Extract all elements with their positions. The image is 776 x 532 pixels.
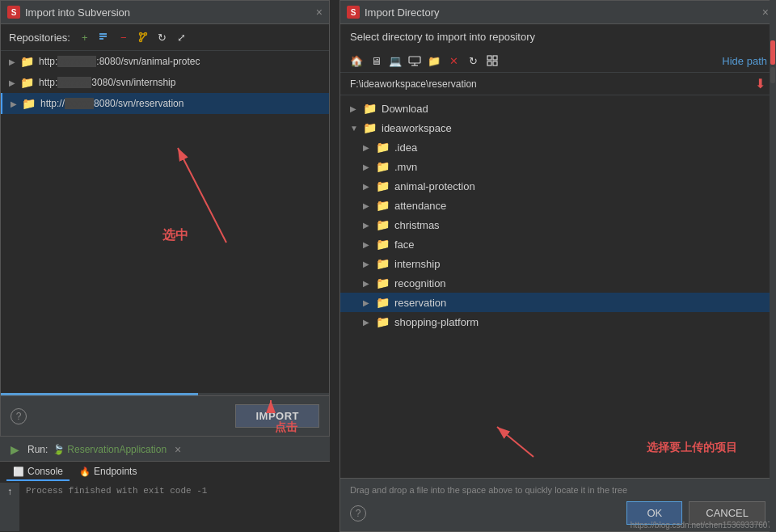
tree-item-idea[interactable]: ▶ 📁 .idea <box>340 137 775 157</box>
repo-text-2: http:xxxxxxx3080/svn/internship <box>39 77 175 88</box>
left-close-btn[interactable]: × <box>316 6 323 19</box>
dir-tree: ▶ 📁 Download ▼ 📁 ideaworkspace ▶ 📁 .idea… <box>340 95 775 478</box>
collapse-dir-btn[interactable] <box>484 53 500 69</box>
repo-folder-2: 📁 <box>20 76 34 89</box>
tree-item-recognition[interactable]: ▶ 📁 recognition <box>340 273 775 293</box>
repo-folder-3: 📁 <box>22 97 36 110</box>
run-play-btn[interactable]: ▶ <box>6 441 23 458</box>
repo-expand-2: ▶ <box>9 78 15 87</box>
repo-expand-1: ▶ <box>9 57 15 66</box>
right-titlebar: S Import Directory × <box>340 1 775 24</box>
svg-rect-12 <box>487 61 491 65</box>
path-bar: F:\ideaworkspace\reservation ⬇ <box>340 73 775 95</box>
dir-toolbar: 🏠 🖥 💻 📁 ✕ ↻ Hide path <box>340 49 775 73</box>
select-dir-label: Select directory to import into reposito… <box>340 24 775 49</box>
tree-item-animal[interactable]: ▶ 📁 animal-protection <box>340 176 775 196</box>
run-header: ▶ Run: 🍃 ReservationApplication × <box>0 438 330 462</box>
repo-text-1: http:xxxxxxxx:8080/svn/animal-protec <box>39 56 200 67</box>
repo-item-1[interactable]: ▶ 📁 http:xxxxxxxx:8080/svn/animal-protec <box>1 51 329 72</box>
right-panel: S Import Directory × Select directory to… <box>340 0 776 532</box>
left-help-btn[interactable]: ? <box>11 408 27 424</box>
expand-all-btn[interactable]: ⤢ <box>174 29 190 45</box>
svg-rect-0 <box>99 33 107 35</box>
hide-path-btn[interactable]: Hide path <box>722 55 767 67</box>
run-bar: ▶ Run: 🍃 ReservationApplication × ⬜ Cons… <box>0 437 330 532</box>
refresh-repos-btn[interactable]: ↻ <box>154 29 171 45</box>
left-progress-fill <box>1 393 198 395</box>
right-panel-icon: S <box>347 6 360 19</box>
tree-item-download[interactable]: ▶ 📁 Download <box>340 99 775 118</box>
run-close-btn[interactable]: × <box>175 443 181 456</box>
run-up-btn[interactable]: ↑ <box>7 486 12 497</box>
repo-item-2[interactable]: ▶ 📁 http:xxxxxxx3080/svn/internship <box>1 72 329 93</box>
tab-endpoints[interactable]: 🔥 Endpoints <box>73 463 143 481</box>
repo-text-3: http://xxxxxx8080/svn/reservation <box>40 98 183 109</box>
svg-rect-13 <box>493 61 497 65</box>
left-progress-bar <box>1 393 329 395</box>
left-panel: S Import into Subversion × Repositories:… <box>0 0 330 437</box>
tree-item-christmas[interactable]: ▶ 📁 christmas <box>340 215 775 234</box>
repo-folder-1: 📁 <box>20 55 34 68</box>
repo-item-3[interactable]: ▶ 📁 http://xxxxxx8080/svn/reservation <box>1 93 329 114</box>
tree-item-face[interactable]: ▶ 📁 face <box>340 234 775 254</box>
right-panel-footer: Drag and drop a file into the space abov… <box>340 478 775 531</box>
add-repo-btn[interactable]: + <box>77 29 93 45</box>
network-btn[interactable] <box>407 53 423 69</box>
remove-repo-btn[interactable]: − <box>116 29 132 45</box>
run-app-name: 🍃 ReservationApplication <box>53 444 167 455</box>
csdn-url: https://blog.csdn.net/chen15369337607 <box>630 521 772 530</box>
svg-rect-1 <box>99 36 107 37</box>
path-text: F:\ideaworkspace\reservation <box>350 78 477 90</box>
svg-point-3 <box>139 33 141 36</box>
tree-item-mvn[interactable]: ▶ 📁 .mvn <box>340 157 775 176</box>
new-folder-btn[interactable]: 📁 <box>426 53 442 69</box>
desktop-btn[interactable]: 🖥 <box>368 53 384 69</box>
branch-icon[interactable] <box>135 29 151 45</box>
drag-hint: Drag and drop a file into the space abov… <box>350 485 765 495</box>
svg-rect-10 <box>487 56 491 60</box>
repo-list: ▶ 📁 http:xxxxxxxx:8080/svn/animal-protec… <box>1 51 329 393</box>
home-dir-btn[interactable]: 🏠 <box>348 53 365 69</box>
tree-item-reservation[interactable]: ▶ 📁 reservation <box>340 293 775 312</box>
run-side-controls: ↑ <box>0 483 19 531</box>
repos-header: Repositories: + − ↻ ⤢ <box>1 24 329 51</box>
left-panel-icon: S <box>7 6 20 19</box>
left-titlebar: S Import into Subversion × <box>1 1 329 24</box>
svg-point-5 <box>139 40 141 42</box>
right-close-btn[interactable]: × <box>762 6 769 19</box>
tree-item-ideaworkspace[interactable]: ▼ 📁 ideaworkspace <box>340 118 775 137</box>
import-button[interactable]: IMPORT <box>235 404 319 428</box>
svg-rect-7 <box>409 57 420 63</box>
refresh-dir-btn[interactable]: ↻ <box>465 53 481 69</box>
left-panel-title: Import into Subversion <box>25 6 311 19</box>
right-panel-title: Import Directory <box>365 6 757 19</box>
repo-expand-3: ▶ <box>11 99 17 108</box>
svg-rect-2 <box>99 38 103 40</box>
tree-item-shopping[interactable]: ▶ 📁 shopping-platform <box>340 312 775 331</box>
left-panel-footer: ? IMPORT <box>1 395 329 436</box>
repos-label: Repositories: <box>9 32 70 44</box>
path-download-icon[interactable]: ⬇ <box>755 76 765 91</box>
run-label: Run: <box>27 444 48 455</box>
edit-repo-btn[interactable] <box>96 29 112 45</box>
right-accent-bar <box>770 0 776 532</box>
accent-tab-1 <box>770 40 775 65</box>
svg-rect-11 <box>493 56 497 60</box>
laptop-btn[interactable]: 💻 <box>387 53 403 69</box>
tree-item-internship[interactable]: ▶ 📁 internship <box>340 254 775 273</box>
accent-tab-2 <box>770 67 775 83</box>
tree-item-attendance[interactable]: ▶ 📁 attendance <box>340 196 775 215</box>
tab-console[interactable]: ⬜ Console <box>6 463 70 481</box>
run-output: Process finished with exit code -1 <box>19 483 330 531</box>
right-help-btn[interactable]: ? <box>350 505 366 521</box>
delete-dir-btn[interactable]: ✕ <box>445 53 462 69</box>
